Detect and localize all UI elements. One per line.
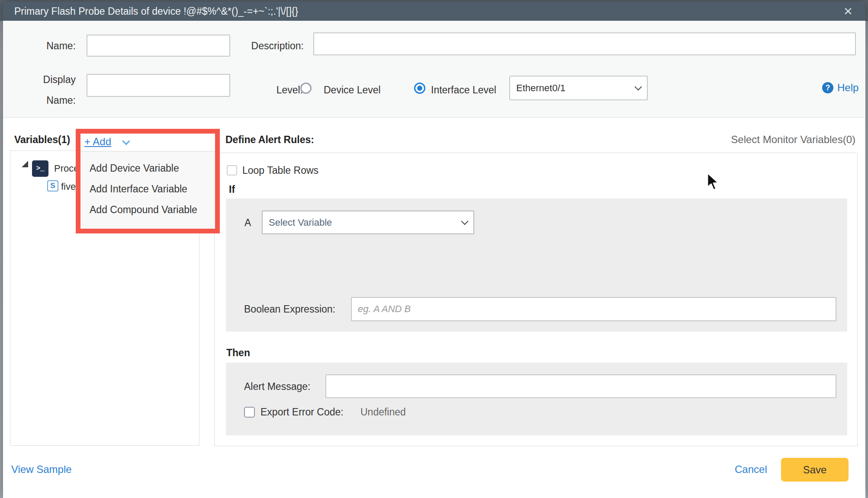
- help-label: Help: [837, 82, 858, 94]
- export-error-code-value: Undefined: [360, 406, 406, 418]
- menu-item-add-compound-variable[interactable]: Add Compound Variable: [80, 199, 215, 220]
- alert-message-input[interactable]: [325, 374, 836, 398]
- then-action-panel: Alert Message: Export Error Code: Undefi…: [226, 363, 847, 435]
- terminal-icon: >_: [32, 160, 48, 177]
- display-name-input[interactable]: [87, 74, 230, 97]
- select-monitor-variables-link[interactable]: Select Monitor Variables(0): [731, 134, 855, 146]
- if-label: If: [229, 183, 235, 195]
- interface-select[interactable]: Ethernet0/1: [509, 76, 648, 100]
- display-name-label-line1: Display: [16, 73, 76, 86]
- display-name-label-line2: Name:: [16, 94, 76, 106]
- level-label: Level:: [244, 84, 303, 96]
- loop-table-rows-label: Loop Table Rows: [242, 164, 318, 176]
- dialog-titlebar: Primary Flash Probe Details of device !@…: [3, 2, 865, 21]
- then-label: Then: [226, 347, 250, 359]
- add-dropdown-menu: Add Device Variable Add Interface Variab…: [80, 151, 215, 229]
- loop-table-rows-checkbox[interactable]: [227, 165, 237, 176]
- tree-expander-icon[interactable]: [22, 161, 28, 167]
- view-sample-link[interactable]: View Sample: [11, 463, 72, 476]
- radio-interface-level-label: Interface Level: [431, 84, 496, 96]
- radio-device-level[interactable]: [300, 83, 312, 94]
- header-form: Name: Description: Display Name: Level: …: [3, 21, 865, 118]
- chevron-down-icon: [461, 217, 469, 225]
- tree-node-five-label: five_: [61, 181, 81, 192]
- export-error-code-checkbox[interactable]: [244, 407, 255, 418]
- export-error-code-label: Export Error Code:: [260, 406, 344, 418]
- name-label: Name:: [16, 40, 76, 52]
- add-dropdown-header: + Add: [80, 134, 215, 151]
- radio-device-level-label: Device Level: [324, 84, 381, 96]
- name-input[interactable]: [87, 35, 230, 57]
- interface-select-value: Ethernet0/1: [516, 83, 566, 94]
- save-button[interactable]: Save: [781, 458, 849, 482]
- add-button[interactable]: + Add: [84, 136, 111, 148]
- menu-item-add-interface-variable[interactable]: Add Interface Variable: [80, 179, 215, 199]
- alert-rules-panel: Loop Table Rows If A Select Variable Boo…: [214, 153, 858, 446]
- select-variable-value: Select Variable: [269, 217, 332, 228]
- dialog-title: Primary Flash Probe Details of device !@…: [14, 6, 298, 17]
- boolean-expression-label: Boolean Expression:: [244, 303, 335, 315]
- define-alert-rules-title: Define Alert Rules:: [225, 134, 314, 146]
- chevron-down-icon: [635, 83, 642, 90]
- alert-message-label: Alert Message:: [244, 380, 310, 393]
- close-icon[interactable]: ×: [839, 2, 858, 21]
- cancel-button[interactable]: Cancel: [735, 463, 767, 476]
- dialog: Primary Flash Probe Details of device !@…: [3, 2, 865, 498]
- help-icon: ?: [822, 82, 833, 93]
- add-chevron-down-icon: [122, 137, 130, 145]
- tree-node-process-label: Proces: [54, 163, 84, 174]
- boolean-expression-input[interactable]: [351, 297, 836, 321]
- menu-item-add-device-variable[interactable]: Add Device Variable: [80, 158, 215, 179]
- description-input[interactable]: [313, 32, 856, 55]
- help-link[interactable]: ? Help: [822, 82, 858, 94]
- if-condition-panel: A Select Variable Boolean Expression:: [226, 198, 847, 332]
- select-variable-dropdown[interactable]: Select Variable: [262, 211, 474, 234]
- variables-title: Variables(1): [14, 134, 70, 146]
- variable-row-label: A: [244, 217, 251, 229]
- string-variable-icon: S: [47, 180, 58, 192]
- radio-interface-level[interactable]: [414, 83, 425, 94]
- description-label: Description:: [244, 40, 304, 52]
